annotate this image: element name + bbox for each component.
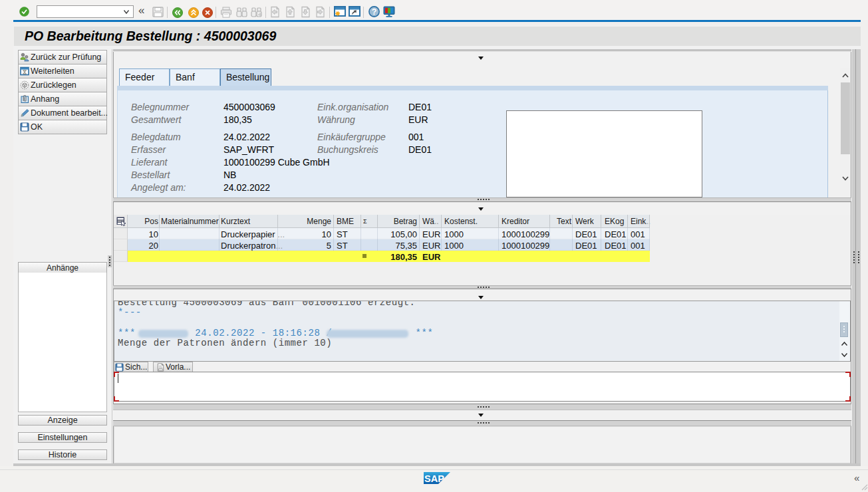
svg-text:SAP: SAP <box>424 473 444 484</box>
svg-text:?: ? <box>372 7 377 17</box>
